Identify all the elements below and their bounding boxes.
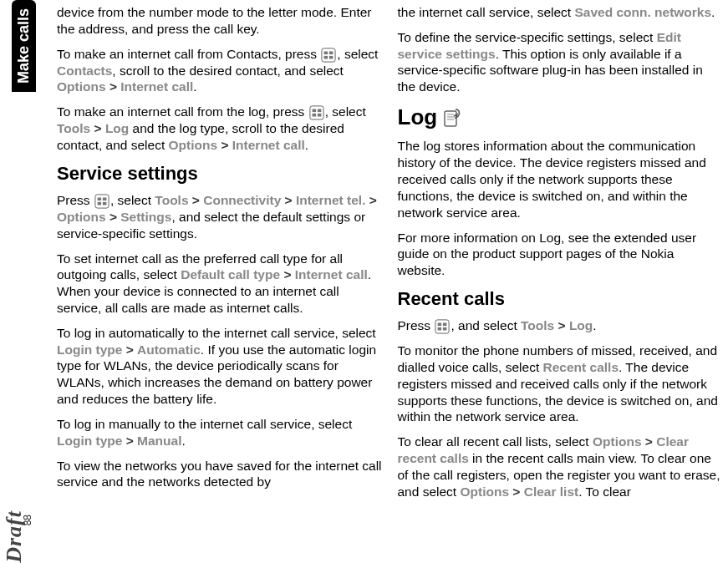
paragraph: To make an internet call from Contacts, … xyxy=(57,46,383,96)
heading-service-settings: Service settings xyxy=(57,162,383,185)
draft-watermark: Draft xyxy=(2,510,27,563)
content-area: device from the number mode to the lette… xyxy=(40,0,728,563)
svg-rect-19 xyxy=(435,320,449,333)
section-tab: Make calls xyxy=(12,0,36,92)
menu-key-icon xyxy=(94,194,109,209)
svg-rect-14 xyxy=(103,202,107,205)
ui-term: Login type xyxy=(57,434,122,448)
svg-rect-9 xyxy=(318,114,322,117)
ui-term: Saved conn. networks xyxy=(574,5,711,19)
ui-term: Connectivity xyxy=(203,193,281,207)
heading-log: Log xyxy=(398,104,724,131)
menu-key-icon xyxy=(309,105,324,120)
left-sidebar: Make calls 88 Draft xyxy=(0,0,40,563)
paragraph: For more information on Log, see the ext… xyxy=(398,230,724,279)
svg-rect-6 xyxy=(312,109,316,113)
svg-rect-22 xyxy=(438,327,442,331)
paragraph: The log stores information about the com… xyxy=(398,138,724,221)
paragraph: To monitor the phone numbers of missed, … xyxy=(398,342,724,425)
paragraph: To set internet call as the preferred ca… xyxy=(57,251,383,317)
paragraph: Press , select Tools > Connectivity > In… xyxy=(57,192,383,242)
ui-term: Login type xyxy=(57,342,122,357)
paragraph: Press , and select Tools > Log. xyxy=(398,317,724,334)
ui-term: Options xyxy=(57,210,106,224)
paragraph: To log in automatically to the internet … xyxy=(57,325,383,408)
ui-term: Manual xyxy=(137,434,181,448)
ui-term: Internet tel. xyxy=(296,193,366,207)
svg-rect-1 xyxy=(324,51,328,54)
ui-term: Settings xyxy=(120,210,171,224)
svg-rect-5 xyxy=(310,106,323,119)
ui-term: Internet call xyxy=(295,267,368,282)
svg-rect-7 xyxy=(318,109,322,113)
svg-rect-20 xyxy=(438,323,442,327)
svg-rect-21 xyxy=(443,323,447,327)
svg-rect-13 xyxy=(98,202,102,205)
menu-key-icon xyxy=(435,319,450,334)
ui-term: Options xyxy=(169,138,218,152)
paragraph: To define the service-specific settings,… xyxy=(398,29,724,95)
ui-term: Recent calls xyxy=(543,360,619,374)
page-container: Make calls 88 Draft device from the numb… xyxy=(0,0,728,563)
ui-term: Log xyxy=(569,318,593,332)
ui-term: Options xyxy=(460,484,509,499)
svg-rect-0 xyxy=(322,48,335,61)
ui-term: Automatic xyxy=(137,342,201,357)
log-icon xyxy=(442,106,466,129)
ui-term: Options xyxy=(593,434,642,449)
svg-rect-3 xyxy=(324,55,328,58)
svg-rect-8 xyxy=(312,114,316,117)
ui-term: Tools xyxy=(57,121,90,135)
ui-term: Internet call xyxy=(232,138,305,152)
paragraph: To make an internet call from the log, p… xyxy=(57,104,383,154)
ui-term: Contacts xyxy=(57,63,112,78)
ui-term: Internet call xyxy=(120,79,193,94)
ui-term: Clear list xyxy=(524,484,578,499)
svg-rect-23 xyxy=(443,327,447,331)
paragraph: To log in manually to the internet call … xyxy=(57,416,383,449)
heading-recent-calls: Recent calls xyxy=(398,287,724,311)
paragraph: To clear all recent call lists, select O… xyxy=(398,434,724,500)
svg-rect-2 xyxy=(329,51,333,54)
column-left: device from the number mode to the lette… xyxy=(57,4,383,559)
paragraph: To view the networks you have saved for … xyxy=(57,458,383,491)
svg-rect-11 xyxy=(98,197,102,200)
svg-rect-4 xyxy=(329,55,333,58)
svg-rect-10 xyxy=(95,195,109,208)
ui-term: Log xyxy=(105,121,129,135)
ui-term: Tools xyxy=(155,193,188,207)
column-right: the internet call service, select Saved … xyxy=(398,4,724,559)
paragraph: the internet call service, select Saved … xyxy=(398,4,724,21)
ui-term: Default call type xyxy=(181,267,280,282)
paragraph: device from the number mode to the lette… xyxy=(57,4,383,38)
svg-rect-12 xyxy=(103,197,107,200)
ui-term: Options xyxy=(57,79,106,94)
menu-key-icon xyxy=(321,48,336,63)
ui-term: Tools xyxy=(521,318,554,332)
